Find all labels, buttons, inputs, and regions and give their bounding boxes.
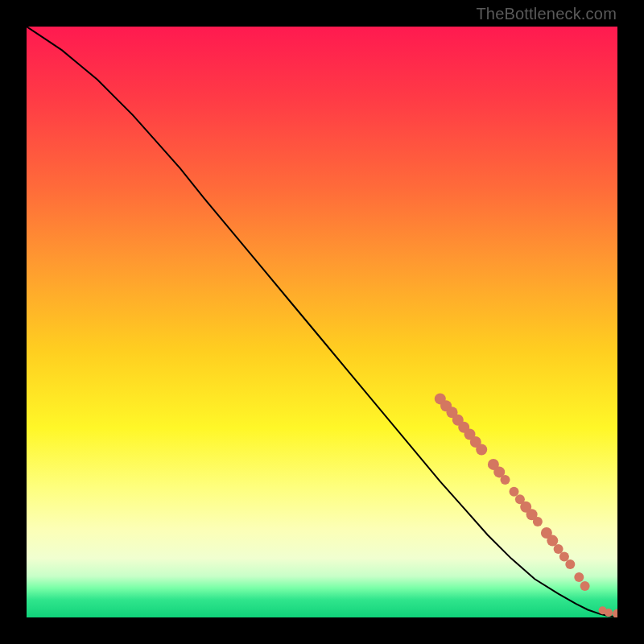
data-dot <box>559 551 569 561</box>
data-dot <box>533 517 543 526</box>
data-dot <box>574 572 584 582</box>
data-dot <box>501 475 510 485</box>
data-dot <box>510 487 519 497</box>
data-line <box>27 27 617 617</box>
chart-frame: TheBottleneck.com <box>0 0 644 644</box>
data-dot <box>476 444 487 456</box>
data-dot <box>605 609 613 617</box>
data-dot <box>580 581 590 591</box>
watermark-text: TheBottleneck.com <box>476 5 617 23</box>
chart-svg <box>27 27 617 617</box>
data-dot <box>554 544 564 554</box>
data-dot <box>613 609 617 617</box>
plot-area <box>27 27 617 617</box>
data-dot <box>565 559 575 569</box>
